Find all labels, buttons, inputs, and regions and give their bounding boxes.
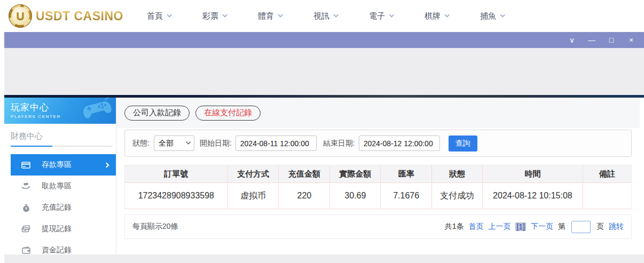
cell-payment-method: 虚拟币 (227, 183, 279, 209)
tab-company-deposit-records[interactable]: 公司入款記錄 (124, 106, 190, 121)
chevron-down-icon (167, 12, 172, 17)
jump-suffix-label: 页 (596, 222, 604, 232)
window-collapse-icon[interactable]: ∨ (568, 36, 576, 44)
col-order-number: 訂單號 (125, 165, 228, 183)
chevron-down-icon (389, 12, 394, 17)
window-controls: ∨ — □ × (568, 36, 635, 44)
pagination-bar: 每頁顯示20條 共1条 首页 上一页 [1] 下一页 第 页 跳转 (124, 214, 632, 239)
nav-item-chess[interactable]: 棋牌 (425, 11, 449, 21)
nav-item-label: 首頁 (147, 11, 163, 21)
cell-time: 2024-08-12 10:15:08 (482, 183, 583, 209)
status-label: 狀態: (132, 139, 150, 148)
records-panel: 公司入款記錄 在線支付記錄 狀態: 全部 開始日期: 結束日期: 查詢 (116, 98, 640, 254)
pagination-next[interactable]: 下一页 (531, 222, 553, 232)
page-spacer (4, 48, 644, 95)
sidebar-item-label: 取款專區 (42, 181, 72, 191)
nav-item-label: 棋牌 (425, 11, 441, 21)
nav-item-lottery[interactable]: 彩票 (202, 11, 226, 21)
window-minimize-icon[interactable]: — (587, 36, 596, 44)
window-titlebar: ∨ — □ × (4, 32, 644, 48)
col-actual-amount: 實際金額 (330, 165, 381, 183)
chevron-right-icon (104, 162, 109, 168)
brand-letter: U (16, 10, 24, 22)
cell-actual-amount: 30.69 (330, 183, 381, 209)
pagination-controls: 共1条 首页 上一页 [1] 下一页 第 页 跳转 (445, 221, 624, 233)
end-date-label: 結束日期: (323, 139, 355, 148)
col-status: 狀態 (432, 165, 483, 183)
end-date-input[interactable] (359, 136, 440, 151)
start-date-input[interactable] (235, 136, 317, 151)
gamepad-icon (78, 98, 116, 124)
sidebar-item-deposit[interactable]: 存款專區 (11, 154, 116, 176)
nav-item-label: 視訊 (313, 11, 329, 21)
sidebar-header: 玩家中心 PLAYERS CENTER (4, 98, 116, 124)
chevron-down-icon (278, 12, 283, 17)
brand-name: USDT CASINO (36, 9, 123, 23)
sidebar-item-withdraw[interactable]: 取款專區 (4, 176, 116, 197)
pagination-current-page: [1] (515, 222, 526, 231)
chevron-down-icon (500, 12, 505, 17)
nav-item-fishing[interactable]: 捕魚 (480, 11, 504, 21)
window-maximize-icon[interactable]: □ (607, 36, 616, 44)
bank-card-icon (21, 161, 30, 169)
nav-item-label: 捕魚 (480, 11, 496, 21)
col-remark: 備註 (583, 165, 631, 183)
tabs-row: 公司入款記錄 在線支付記錄 (116, 98, 640, 128)
sidebar-item-label: 提現記錄 (42, 224, 72, 234)
chevron-down-icon (222, 12, 227, 17)
filter-bar: 狀態: 全部 開始日期: 結束日期: 查詢 (124, 130, 632, 157)
nav-item-home[interactable]: 首頁 (147, 11, 171, 21)
chevron-down-icon (186, 140, 190, 144)
jump-prefix-label: 第 (558, 222, 566, 232)
col-exchange-rate: 匯率 (381, 165, 432, 183)
nav-item-slots[interactable]: 電子 (369, 11, 393, 21)
sidebar-item-label: 資金記錄 (42, 245, 72, 255)
nav-item-sports[interactable]: 體育 (258, 11, 282, 21)
col-recharge-amount: 充值金額 (279, 165, 330, 183)
sidebar-section-divider (11, 146, 113, 147)
sidebar-item-funds-records[interactable]: 資金記錄 (4, 240, 116, 261)
top-nav: U USDT CASINO 首頁 彩票 體育 視訊 電子 棋牌 捕魚 (0, 0, 644, 32)
cell-recharge-amount: 220 (279, 183, 330, 209)
nav-item-label: 體育 (258, 11, 274, 21)
window-close-icon[interactable]: × (627, 36, 635, 44)
brand-coin-icon: U (9, 4, 32, 28)
main-content: 玩家中心 PLAYERS CENTER 財務中心 (4, 98, 640, 254)
sidebar-section-title: 財務中心 (4, 124, 116, 146)
page-jump-input[interactable] (571, 221, 591, 233)
query-button[interactable]: 查詢 (449, 136, 477, 152)
pagination-first[interactable]: 首页 (468, 222, 483, 232)
col-payment-method: 支付方式 (227, 165, 279, 183)
status-select[interactable]: 全部 (154, 136, 194, 151)
table-header-row: 訂單號 支付方式 充值金額 實際金額 匯率 狀態 時間 備註 (125, 165, 632, 183)
pagination-jump[interactable]: 跳转 (609, 222, 624, 232)
per-page-label: 每頁顯示20條 (132, 222, 178, 232)
sidebar-item-label: 存款專區 (42, 160, 72, 170)
tab-online-payment-records[interactable]: 在線支付記錄 (195, 106, 261, 121)
wallet-icon (21, 246, 30, 254)
records-table: 訂單號 支付方式 充值金額 實際金額 匯率 狀態 時間 備註 172342890… (124, 165, 632, 209)
sidebar: 玩家中心 PLAYERS CENTER 財務中心 (4, 98, 116, 254)
banknotes-icon (21, 225, 30, 233)
nav-item-label: 彩票 (202, 11, 218, 21)
total-count-label: 共1条 (445, 222, 464, 232)
chevron-down-icon (333, 12, 339, 17)
main-nav: 首頁 彩票 體育 視訊 電子 棋牌 捕魚 (147, 11, 504, 21)
sidebar-item-recharge-records[interactable]: ¥ 充值記錄 (4, 197, 116, 218)
money-bag-icon: ¥ (21, 204, 30, 212)
page: U USDT CASINO 首頁 彩票 體育 視訊 電子 棋牌 捕魚 ∨ — □… (0, 0, 644, 263)
nav-item-label: 電子 (369, 11, 385, 21)
cell-remark (583, 183, 631, 209)
nav-item-live-video[interactable]: 視訊 (313, 11, 337, 21)
chevron-down-icon (444, 12, 450, 17)
sidebar-item-label: 充值記錄 (42, 203, 72, 212)
sidebar-item-withdrawal-records[interactable]: 提現記錄 (4, 218, 116, 240)
table-row: 1723428908933598 虚拟币 220 30.69 7.1676 支付… (125, 183, 632, 209)
start-date-label: 開始日期: (200, 139, 232, 148)
pagination-prev[interactable]: 上一页 (488, 222, 511, 232)
cell-status: 支付成功 (432, 183, 483, 209)
brand-logo[interactable]: U USDT CASINO (9, 4, 123, 28)
cell-exchange-rate: 7.1676 (381, 183, 432, 209)
status-select-value: 全部 (159, 139, 174, 148)
col-time: 時間 (482, 165, 583, 183)
